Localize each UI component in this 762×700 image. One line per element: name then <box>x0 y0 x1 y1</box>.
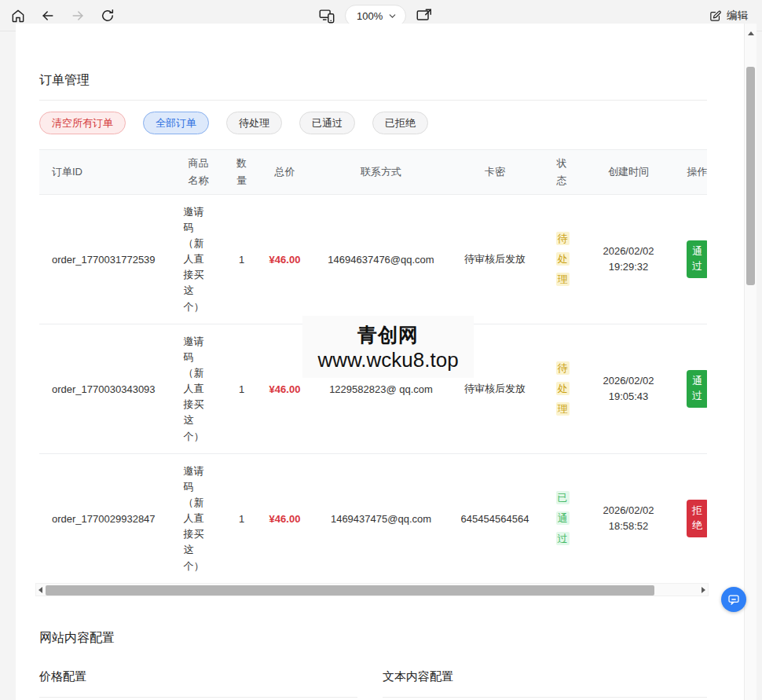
quantity: 1 <box>224 195 259 324</box>
total-price: ¥46.00 <box>259 454 310 582</box>
header-action: 操作 <box>672 150 707 195</box>
chat-bubble-icon <box>727 592 741 607</box>
chevron-down-icon <box>387 11 397 21</box>
page-title: 订单管理 <box>39 72 90 89</box>
content-area: 订单管理 清空所有订单 全部订单 待处理 已通过 已拒绝 订单ID 商品名称 数… <box>16 24 744 700</box>
quantity: 1 <box>224 454 259 582</box>
status-badge: 已通过 <box>556 488 568 549</box>
table-row: order_1770031772539 邀请码（新人直接买这个） 1 ¥46.0… <box>39 195 707 324</box>
quantity: 1 <box>224 324 259 454</box>
product-name: 邀请码（新人直接买这个） <box>173 454 224 582</box>
header-quantity: 数量 <box>224 150 259 195</box>
reject-button[interactable]: 拒绝 <box>687 500 708 537</box>
card-secret: 645454564564 <box>452 454 538 582</box>
table-header-row: 订单ID 商品名称 数量 总价 联系方式 卡密 状态 创建时间 操作 <box>39 150 707 195</box>
header-status: 状态 <box>538 150 585 195</box>
text-config-title: 文本内容配置 <box>383 669 707 684</box>
status-badge: 待处理 <box>556 358 568 420</box>
header-contact: 联系方式 <box>310 150 452 195</box>
price-config-title: 价格配置 <box>39 669 357 684</box>
watermark-line2: www.wcku8.top <box>317 348 458 372</box>
site-config-title: 网站内容配置 <box>39 630 115 647</box>
status-cell: 待处理 <box>538 195 585 324</box>
price-config-section: 价格配置 <box>39 669 357 698</box>
contact: 1469437475@qq.com <box>310 454 452 582</box>
status-cell: 待处理 <box>538 324 585 454</box>
status-cell: 已通过 <box>538 454 585 582</box>
clear-all-orders-button[interactable]: 清空所有订单 <box>39 112 126 134</box>
approve-button[interactable]: 通过 <box>687 370 708 408</box>
filter-rejected[interactable]: 已拒绝 <box>372 112 428 134</box>
product-name: 邀请码（新人直接买这个） <box>173 195 224 324</box>
created-time: 2026/02/02 19:29:32 <box>585 195 672 324</box>
text-config-section: 文本内容配置 <box>383 669 707 698</box>
scroll-left-arrow-icon[interactable] <box>36 584 45 596</box>
total-price: ¥46.00 <box>259 195 310 324</box>
order-id: order_1770029932847 <box>39 454 173 582</box>
header-order-id: 订单ID <box>39 150 173 195</box>
header-product: 商品名称 <box>173 150 224 195</box>
horizontal-scroll-thumb[interactable] <box>46 585 654 596</box>
order-id: order_1770030343093 <box>39 324 173 454</box>
header-created: 创建时间 <box>585 150 672 195</box>
created-time: 2026/02/02 18:58:52 <box>585 454 672 582</box>
filter-all-orders[interactable]: 全部订单 <box>143 112 209 134</box>
card-secret: 待审核后发放 <box>452 195 538 324</box>
created-time: 2026/02/02 19:05:43 <box>585 324 672 454</box>
vertical-scroll-thumb[interactable] <box>746 67 755 285</box>
refresh-icon[interactable] <box>99 7 116 24</box>
forward-icon[interactable] <box>69 7 86 24</box>
edit-label: 编辑 <box>727 9 748 23</box>
chat-fab-button[interactable] <box>721 587 746 612</box>
action-cell: 通过 <box>672 324 707 454</box>
header-card-secret: 卡密 <box>452 150 538 195</box>
approve-button[interactable]: 通过 <box>687 240 708 278</box>
scroll-right-arrow-icon[interactable] <box>699 584 708 596</box>
filter-pending[interactable]: 待处理 <box>226 112 282 134</box>
action-cell: 通过 <box>672 195 707 324</box>
order-id: order_1770031772539 <box>39 195 173 324</box>
devices-icon[interactable] <box>318 7 335 24</box>
action-cell: 拒绝 <box>672 454 707 582</box>
scroll-up-arrow-icon[interactable] <box>745 31 757 35</box>
back-icon[interactable] <box>39 7 57 24</box>
horizontal-scroll-track[interactable] <box>45 584 699 596</box>
header-total: 总价 <box>259 150 310 195</box>
divider <box>39 100 707 101</box>
site-watermark: 青创网 www.wcku8.top <box>302 316 474 378</box>
order-filters: 清空所有订单 全部订单 待处理 已通过 已拒绝 <box>39 112 428 134</box>
table-row: order_1770029932847 邀请码（新人直接买这个） 1 ¥46.0… <box>39 454 707 582</box>
horizontal-scrollbar[interactable] <box>35 583 709 596</box>
product-name: 邀请码（新人直接买这个） <box>173 324 224 454</box>
watermark-line1: 青创网 <box>357 322 419 348</box>
cast-icon[interactable] <box>416 7 433 24</box>
contact: 14694637476@qq.com <box>310 195 452 324</box>
edit-icon <box>709 9 722 23</box>
home-icon[interactable] <box>9 7 27 24</box>
zoom-level-value: 100% <box>357 10 383 22</box>
filter-approved[interactable]: 已通过 <box>299 112 355 134</box>
status-badge: 待处理 <box>556 229 568 290</box>
